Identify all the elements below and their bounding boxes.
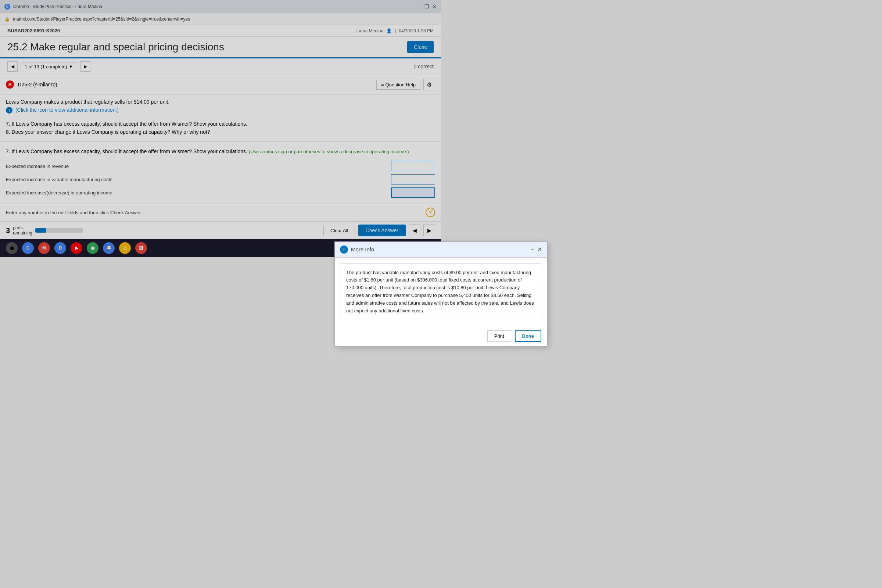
modal-overlay: i More Info – ✕ The product has variable…	[0, 0, 441, 257]
modal-title: More Info	[351, 246, 374, 252]
modal-info-icon: i	[340, 246, 348, 254]
modal-header: i More Info – ✕	[335, 242, 441, 257]
more-info-modal: i More Info – ✕ The product has variable…	[334, 242, 441, 257]
modal-header-left: i More Info	[340, 246, 374, 254]
